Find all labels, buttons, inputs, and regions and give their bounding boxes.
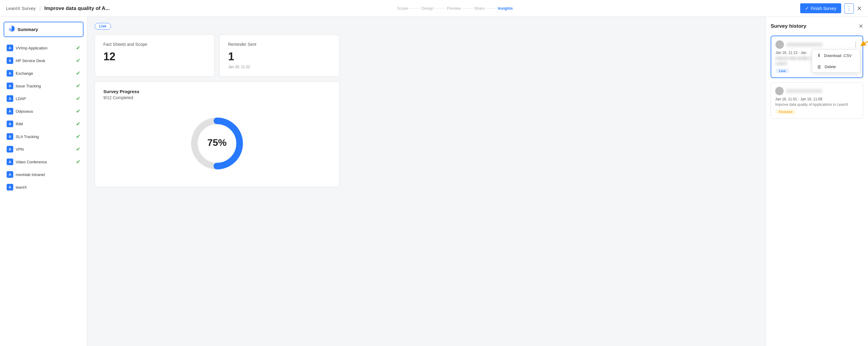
survey-more-button[interactable]: ⋮ [844, 3, 854, 13]
sidebar-item-name-11: leanIX [16, 185, 27, 190]
history-close-button[interactable]: ✕ [859, 23, 863, 30]
sidebar-item-2[interactable]: A Exchange ✔ [4, 67, 84, 79]
history-user-2 [775, 87, 822, 95]
nav-sep-4 [486, 8, 497, 8]
header-left: LeanIX Survey | Improve data quality of … [6, 5, 110, 11]
sidebar-item-left-8: A VPN [7, 146, 24, 153]
sidebar-item-1[interactable]: A HP Service Desk ✔ [4, 55, 84, 67]
avatar-6: A [7, 121, 13, 127]
close-button[interactable]: ✕ [857, 5, 862, 12]
sidebar-item-7[interactable]: A SLA Tracking ✔ [4, 130, 84, 143]
completed-check-1: ✔ [76, 57, 81, 64]
finish-check-icon: ✓ [805, 5, 809, 11]
completed-check-4: ✔ [76, 95, 81, 102]
avatar-3: A [7, 83, 13, 89]
avatar-10: A [7, 171, 13, 178]
history-date-2: Jan 16, 11:01 - Jan 16, 11:08 [775, 97, 859, 101]
arrow-indicator [860, 39, 868, 51]
sidebar-item-left-0: A VVImp Application [7, 44, 48, 51]
nav-steps: Scope Design Preview Share Insights [397, 6, 513, 10]
avatar-5: A [7, 108, 13, 115]
history-item-2: Jan 16, 11:01 - Jan 16, 11:08 Improve da… [771, 82, 863, 119]
completed-check-8: ✔ [76, 146, 81, 153]
sidebar-item-name-1: HP Service Desk [16, 59, 45, 63]
avatar-11: A [7, 184, 13, 190]
history-badge-finished: Finished [775, 109, 796, 114]
history-avatar-2 [775, 87, 784, 95]
download-csv-label: Download .CSV [824, 53, 852, 58]
sidebar-item-10[interactable]: A meshlab Intranet [4, 168, 84, 181]
sidebar-item-name-0: VVImp Application [16, 46, 48, 50]
sidebar-item-5[interactable]: A Odysseus ✔ [4, 105, 84, 117]
nav-step-share[interactable]: Share [474, 6, 485, 10]
delete-icon: 🗑 [817, 64, 822, 69]
sidebar-item-name-3: Issue Tracking [16, 84, 41, 88]
history-item-1: ⋮ Jan 16, 11:13 - Jan Improve data quali… [771, 36, 863, 78]
sidebar-item-11[interactable]: A leanIX [4, 181, 84, 193]
sidebar-item-left-7: A SLA Tracking [7, 133, 39, 140]
delete-item[interactable]: 🗑 Delete [812, 61, 860, 72]
completed-check-7: ✔ [76, 133, 81, 140]
avatar-2: A [7, 70, 13, 76]
fact-sheets-label: Fact Sheets and Scope [103, 42, 206, 47]
history-item-1-header: ⋮ [775, 40, 858, 49]
finish-survey-button[interactable]: ✓ Finish Survey [800, 3, 841, 13]
reminder-card: Reminder Sent 1 Jan 20, 11:22 [219, 34, 339, 76]
history-avatar-1 [775, 40, 784, 49]
summary-nav-item[interactable]: Summary [4, 22, 84, 37]
sidebar-item-name-9: Video Conference [16, 160, 47, 164]
nav-step-insights[interactable]: Insights [498, 6, 513, 10]
history-username-2 [786, 89, 822, 93]
sidebar-item-name-5: Odysseus [16, 109, 33, 114]
sidebar-item-left-3: A Issue Tracking [7, 83, 41, 89]
avatar-4: A [7, 95, 13, 102]
sidebar-item-0[interactable]: A VVImp Application ✔ [4, 42, 84, 54]
summary-label: Summary [18, 27, 38, 32]
sidebar-items: A VVImp Application ✔ A HP Service Desk … [4, 42, 84, 193]
sidebar-item-name-7: SLA Tracking [16, 134, 39, 139]
history-desc-2: Improve data quality of Applications in … [775, 102, 859, 107]
completed-check-5: ✔ [76, 108, 81, 115]
nav-step-design[interactable]: Design [421, 6, 433, 10]
history-badge-live: Live [775, 68, 789, 73]
avatar-7: A [7, 133, 13, 140]
completed-check-9: ✔ [76, 159, 81, 165]
fact-sheets-value: 12 [103, 50, 206, 63]
dropdown-menu: ⬇ Download .CSV 🗑 Delete [812, 50, 860, 73]
sidebar-item-left-1: A HP Service Desk [7, 57, 45, 64]
sidebar-item-4[interactable]: A LDAP ✔ [4, 93, 84, 104]
reminder-value: 1 [228, 50, 331, 63]
donut-chart: 75% [103, 107, 331, 180]
sidebar-item-9[interactable]: A Video Conference ✔ [4, 156, 84, 168]
history-user-1 [775, 40, 823, 49]
sidebar-item-left-2: A Exchange [7, 70, 33, 76]
history-header: Survey history ✕ [771, 23, 863, 30]
sidebar-item-left-6: A RIM [7, 121, 23, 127]
sidebar-item-6[interactable]: A RIM ✔ [4, 118, 84, 130]
main-content: Live Fact Sheets and Scope 12 Reminder S… [87, 17, 766, 346]
sidebar-item-left-5: A Odysseus [7, 108, 33, 115]
sidebar-item-left-11: A leanIX [7, 184, 27, 190]
sidebar-item-8[interactable]: A VPN ✔ [4, 143, 84, 155]
nav-sep-3 [462, 8, 473, 8]
sidebar-item-left-10: A meshlab Intranet [7, 171, 45, 178]
sidebar-item-left-4: A LDAP [7, 95, 26, 102]
sidebar-item-name-4: LDAP [16, 96, 26, 101]
nav-step-scope[interactable]: Scope [397, 6, 408, 10]
finish-survey-label: Finish Survey [811, 6, 836, 11]
nav-step-preview[interactable]: Preview [447, 6, 461, 10]
history-more-button-1[interactable]: ⋮ [853, 41, 858, 48]
sidebar-item-name-10: meshlab Intranet [16, 172, 45, 177]
download-icon: ⬇ [817, 53, 821, 58]
header-divider: | [39, 5, 41, 11]
download-csv-item[interactable]: ⬇ Download .CSV [812, 50, 860, 61]
completed-check-6: ✔ [76, 121, 81, 127]
history-panel: Survey history ✕ ⋮ Jan 16, 11:13 - Jan I… [766, 17, 868, 346]
fact-sheets-card: Fact Sheets and Scope 12 [95, 34, 215, 76]
pie-chart-icon [8, 25, 15, 33]
sidebar-item-3[interactable]: A Issue Tracking ✔ [4, 80, 84, 92]
history-item-2-header [775, 87, 859, 95]
avatar-9: A [7, 159, 13, 165]
header-right: ✓ Finish Survey ⋮ ✕ [800, 3, 862, 13]
donut-label: 75% [207, 137, 227, 148]
